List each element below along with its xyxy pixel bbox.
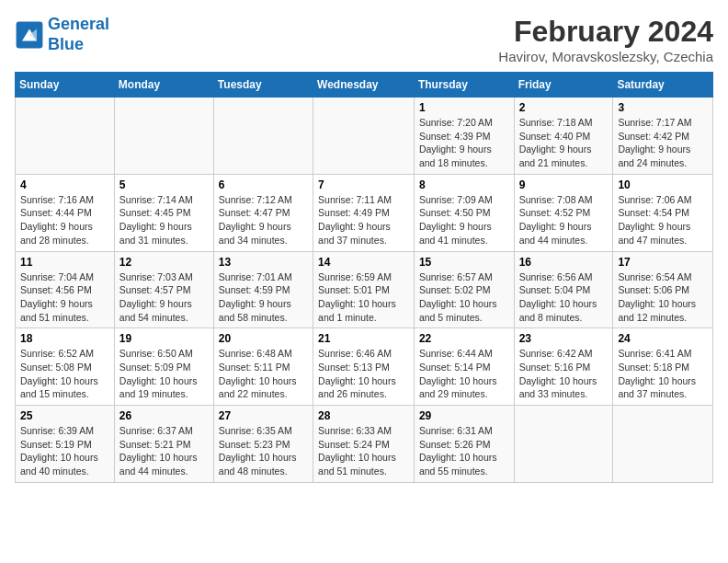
calendar-cell: 2Sunrise: 7:18 AM Sunset: 4:40 PM Daylig… [514, 98, 613, 175]
calendar-cell: 23Sunrise: 6:42 AM Sunset: 5:16 PM Dayli… [514, 328, 613, 406]
day-info: Sunrise: 7:03 AM Sunset: 4:57 PM Dayligh… [119, 270, 209, 325]
logo: General Blue [15, 15, 109, 54]
day-info: Sunrise: 7:16 AM Sunset: 4:44 PM Dayligh… [20, 193, 109, 247]
calendar-cell: 25Sunrise: 6:39 AM Sunset: 5:19 PM Dayli… [16, 406, 115, 483]
calendar-cell: 9Sunrise: 7:08 AM Sunset: 4:52 PM Daylig… [514, 174, 613, 251]
day-info: Sunrise: 6:59 AM Sunset: 5:01 PM Dayligh… [318, 270, 409, 325]
calendar-table: SundayMondayTuesdayWednesdayThursdayFrid… [15, 72, 713, 483]
weekday-header-wednesday: Wednesday [313, 73, 415, 98]
location-title: Havirov, Moravskoslezsky, Czechia [498, 49, 713, 64]
day-number: 22 [419, 332, 509, 345]
day-number: 6 [219, 178, 308, 191]
day-number: 10 [618, 178, 708, 191]
calendar-cell: 24Sunrise: 6:41 AM Sunset: 5:18 PM Dayli… [613, 328, 713, 406]
day-number: 15 [419, 256, 509, 269]
day-info: Sunrise: 6:33 AM Sunset: 5:24 PM Dayligh… [318, 424, 409, 478]
calendar-cell [16, 98, 115, 175]
calendar-cell: 20Sunrise: 6:48 AM Sunset: 5:11 PM Dayli… [213, 328, 313, 406]
calendar-cell: 15Sunrise: 6:57 AM Sunset: 5:02 PM Dayli… [414, 251, 514, 328]
day-info: Sunrise: 7:01 AM Sunset: 4:59 PM Dayligh… [219, 270, 308, 325]
day-info: Sunrise: 6:37 AM Sunset: 5:21 PM Dayligh… [119, 424, 209, 478]
calendar-cell: 10Sunrise: 7:06 AM Sunset: 4:54 PM Dayli… [613, 174, 713, 251]
day-number: 11 [20, 256, 109, 269]
calendar-cell: 14Sunrise: 6:59 AM Sunset: 5:01 PM Dayli… [313, 251, 415, 328]
title-area: February 2024 Havirov, Moravskoslezsky, … [498, 15, 713, 64]
day-number: 25 [20, 409, 109, 422]
day-info: Sunrise: 6:35 AM Sunset: 5:23 PM Dayligh… [219, 424, 308, 478]
calendar-cell [114, 98, 213, 175]
calendar-cell: 7Sunrise: 7:11 AM Sunset: 4:49 PM Daylig… [313, 174, 415, 251]
calendar-cell: 13Sunrise: 7:01 AM Sunset: 4:59 PM Dayli… [213, 251, 313, 328]
day-info: Sunrise: 7:12 AM Sunset: 4:47 PM Dayligh… [219, 193, 308, 247]
day-number: 23 [519, 332, 609, 345]
calendar-cell [213, 98, 313, 175]
month-title: February 2024 [498, 15, 713, 49]
calendar-cell: 1Sunrise: 7:20 AM Sunset: 4:39 PM Daylig… [414, 98, 514, 175]
day-number: 17 [618, 256, 708, 269]
day-number: 18 [20, 332, 109, 345]
day-info: Sunrise: 6:31 AM Sunset: 5:26 PM Dayligh… [419, 424, 509, 478]
day-info: Sunrise: 7:08 AM Sunset: 4:52 PM Dayligh… [519, 193, 609, 247]
week-row-1: 1Sunrise: 7:20 AM Sunset: 4:39 PM Daylig… [16, 98, 713, 175]
day-number: 26 [119, 409, 209, 422]
day-info: Sunrise: 7:06 AM Sunset: 4:54 PM Dayligh… [618, 193, 708, 247]
calendar-cell: 26Sunrise: 6:37 AM Sunset: 5:21 PM Dayli… [114, 406, 213, 483]
calendar-cell: 8Sunrise: 7:09 AM Sunset: 4:50 PM Daylig… [414, 174, 514, 251]
day-info: Sunrise: 7:04 AM Sunset: 4:56 PM Dayligh… [20, 270, 109, 325]
day-number: 8 [419, 178, 509, 191]
day-info: Sunrise: 6:52 AM Sunset: 5:08 PM Dayligh… [20, 347, 109, 401]
day-number: 20 [219, 332, 308, 345]
day-info: Sunrise: 6:39 AM Sunset: 5:19 PM Dayligh… [20, 424, 109, 478]
day-number: 2 [519, 101, 609, 114]
weekday-header-monday: Monday [114, 73, 213, 98]
calendar-cell [313, 98, 415, 175]
weekday-header-row: SundayMondayTuesdayWednesdayThursdayFrid… [16, 73, 713, 98]
day-info: Sunrise: 6:50 AM Sunset: 5:09 PM Dayligh… [119, 347, 209, 401]
calendar-cell: 29Sunrise: 6:31 AM Sunset: 5:26 PM Dayli… [414, 406, 514, 483]
calendar-cell: 16Sunrise: 6:56 AM Sunset: 5:04 PM Dayli… [514, 251, 613, 328]
day-number: 14 [318, 256, 409, 269]
week-row-3: 11Sunrise: 7:04 AM Sunset: 4:56 PM Dayli… [16, 251, 713, 328]
logo-line1: General [48, 15, 109, 33]
day-number: 4 [20, 178, 109, 191]
day-info: Sunrise: 6:56 AM Sunset: 5:04 PM Dayligh… [519, 270, 609, 325]
calendar-cell: 6Sunrise: 7:12 AM Sunset: 4:47 PM Daylig… [213, 174, 313, 251]
calendar-cell: 17Sunrise: 6:54 AM Sunset: 5:06 PM Dayli… [613, 251, 713, 328]
day-info: Sunrise: 6:46 AM Sunset: 5:13 PM Dayligh… [318, 347, 409, 401]
logo-line2: Blue [48, 35, 84, 53]
logo-icon [15, 20, 44, 50]
weekday-header-thursday: Thursday [414, 73, 514, 98]
calendar-cell: 4Sunrise: 7:16 AM Sunset: 4:44 PM Daylig… [16, 174, 115, 251]
day-info: Sunrise: 6:57 AM Sunset: 5:02 PM Dayligh… [419, 270, 509, 325]
calendar-cell: 11Sunrise: 7:04 AM Sunset: 4:56 PM Dayli… [16, 251, 115, 328]
day-number: 12 [119, 256, 209, 269]
calendar-cell [613, 406, 713, 483]
day-number: 27 [219, 409, 308, 422]
day-number: 21 [318, 332, 409, 345]
day-number: 24 [618, 332, 708, 345]
day-info: Sunrise: 6:48 AM Sunset: 5:11 PM Dayligh… [219, 347, 308, 401]
calendar-cell: 18Sunrise: 6:52 AM Sunset: 5:08 PM Dayli… [16, 328, 115, 406]
weekday-header-saturday: Saturday [613, 73, 713, 98]
day-number: 13 [219, 256, 308, 269]
day-number: 19 [119, 332, 209, 345]
day-info: Sunrise: 7:17 AM Sunset: 4:42 PM Dayligh… [618, 116, 708, 170]
day-info: Sunrise: 7:18 AM Sunset: 4:40 PM Dayligh… [519, 116, 609, 170]
day-info: Sunrise: 7:09 AM Sunset: 4:50 PM Dayligh… [419, 193, 509, 247]
logo-text: General Blue [48, 15, 109, 54]
calendar-cell: 27Sunrise: 6:35 AM Sunset: 5:23 PM Dayli… [213, 406, 313, 483]
day-number: 16 [519, 256, 609, 269]
calendar-cell: 21Sunrise: 6:46 AM Sunset: 5:13 PM Dayli… [313, 328, 415, 406]
calendar-cell: 22Sunrise: 6:44 AM Sunset: 5:14 PM Dayli… [414, 328, 514, 406]
day-info: Sunrise: 6:54 AM Sunset: 5:06 PM Dayligh… [618, 270, 708, 325]
calendar-cell: 12Sunrise: 7:03 AM Sunset: 4:57 PM Dayli… [114, 251, 213, 328]
header: General Blue February 2024 Havirov, Mora… [15, 15, 713, 64]
calendar-cell: 19Sunrise: 6:50 AM Sunset: 5:09 PM Dayli… [114, 328, 213, 406]
day-number: 9 [519, 178, 609, 191]
day-info: Sunrise: 6:42 AM Sunset: 5:16 PM Dayligh… [519, 347, 609, 401]
day-info: Sunrise: 7:11 AM Sunset: 4:49 PM Dayligh… [318, 193, 409, 247]
day-info: Sunrise: 7:20 AM Sunset: 4:39 PM Dayligh… [419, 116, 509, 170]
week-row-2: 4Sunrise: 7:16 AM Sunset: 4:44 PM Daylig… [16, 174, 713, 251]
day-number: 3 [618, 101, 708, 114]
weekday-header-friday: Friday [514, 73, 613, 98]
